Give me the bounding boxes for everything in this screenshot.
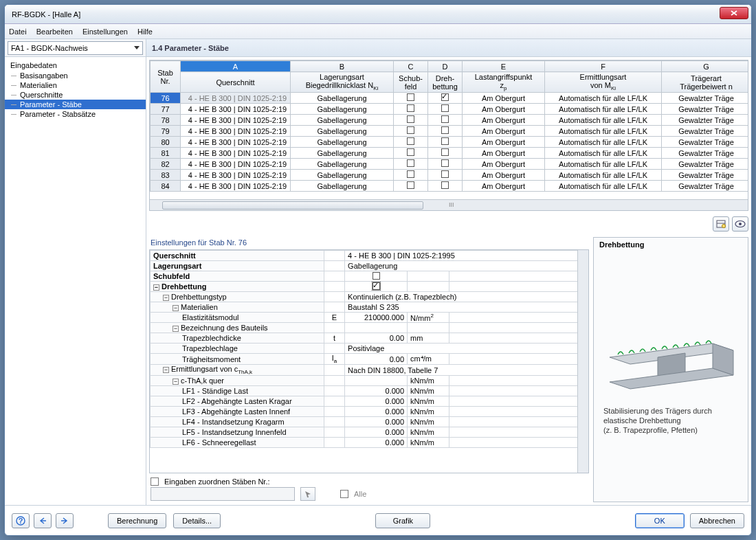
prop-row[interactable]: −MaterialienBaustahl S 235 (151, 302, 588, 313)
scrollbar-thumb[interactable] (162, 201, 423, 210)
pointer-icon (304, 490, 312, 498)
tree-root[interactable]: Eingabedaten (5, 60, 146, 71)
menubar: Datei Bearbeiten Einstellungen Hilfe (5, 24, 751, 39)
table-row[interactable]: 834 - HE B 300 | DIN 1025-2:19Gabellager… (151, 170, 748, 181)
footer: ? Berechnung Details... Grafik OK Abbrec… (5, 505, 751, 535)
help-button[interactable]: ? (12, 513, 30, 528)
graphic-button[interactable]: Grafik (375, 513, 430, 528)
assign-checkbox[interactable] (151, 477, 159, 486)
assign-input[interactable] (151, 487, 295, 501)
lower-split: Einstellungen für Stab Nr. 76 Querschnit… (149, 237, 748, 502)
case-combo[interactable]: FA1 - BGDK-Nachweis (8, 41, 143, 55)
details-panel: Einstellungen für Stab Nr. 76 Querschnit… (149, 237, 589, 502)
cancel-button[interactable]: Abbrechen (690, 513, 744, 528)
svg-point-4 (739, 223, 742, 225)
table-row[interactable]: 794 - HE B 300 | DIN 1025-2:19Gabellager… (151, 126, 748, 137)
prop-row[interactable]: LF4 - Instandsetzung Kragarm0.000kNm/m (151, 417, 588, 427)
sidebar-item[interactable]: Querschnitte (5, 90, 146, 100)
titlebar: RF-BGDK - [Halle A] (5, 5, 751, 24)
svg-point-2 (722, 225, 726, 228)
calculate-button[interactable]: Berechnung (108, 513, 166, 528)
prop-row[interactable]: ElastizitätsmodulE210000.000N/mm2 (151, 313, 588, 323)
close-icon (731, 10, 737, 16)
prop-row[interactable]: −Ermittlungsart von cThA,kNach DIN 18800… (151, 365, 588, 376)
assign-all-label: Alle (354, 490, 366, 498)
view-button[interactable] (732, 216, 748, 232)
details-title: Einstellungen für Stab Nr. 76 (149, 237, 589, 249)
grid-table[interactable]: StabNr.ABCDEFGQuerschnittLagerungsartBie… (150, 60, 748, 192)
table-row[interactable]: 824 - HE B 300 | DIN 1025-2:19Gabellager… (151, 159, 748, 170)
prop-row[interactable]: Trapezblechdicket0.00mm (151, 333, 588, 344)
grid-hscroll[interactable]: III (150, 199, 748, 210)
prop-row[interactable]: LF6 - Schneeregellast0.000kNm/m (151, 438, 588, 448)
prop-row[interactable]: Schubfeld (151, 271, 588, 282)
sidebar: Eingabedaten BasisangabenMaterialienQuer… (5, 57, 146, 505)
menu-file[interactable]: Datei (9, 27, 27, 36)
info-panel: Drehbettung (593, 237, 748, 502)
grid-toolbar (149, 215, 748, 233)
app-window: RF-BGDK - [Halle A] Datei Bearbeiten Ein… (4, 4, 752, 536)
close-button[interactable] (720, 7, 748, 19)
prop-row[interactable]: Querschnitt4 - HE B 300 | DIN 1025-2:199… (151, 251, 588, 261)
help-icon: ? (16, 516, 25, 526)
table-row[interactable]: 774 - HE B 300 | DIN 1025-2:19Gabellager… (151, 104, 748, 115)
svg-text:?: ? (19, 517, 23, 525)
arrow-right-icon (60, 517, 69, 525)
prop-row[interactable]: −Drehbettung (151, 282, 588, 292)
table-icon (716, 219, 726, 229)
panel-title: 1.4 Parameter - Stäbe (146, 39, 751, 56)
prev-button[interactable] (34, 513, 52, 528)
menu-help[interactable]: Hilfe (137, 27, 153, 36)
case-combo-wrap: FA1 - BGDK-Nachweis (5, 39, 146, 56)
sidebar-item[interactable]: Parameter - Stäbe (5, 100, 146, 109)
table-row[interactable]: 764 - HE B 300 | DIN 1025-2:19Gabellager… (151, 93, 748, 104)
prop-row[interactable]: −Bezeichnung des Bauteils (151, 323, 588, 333)
assign-row: Eingaben zuordnen Stäben Nr.: (149, 473, 589, 487)
chevron-down-icon (134, 46, 140, 49)
prop-row[interactable]: −DrehbettungstypKontinuierlich (z.B. Tra… (151, 292, 588, 302)
case-combo-value: FA1 - BGDK-Nachweis (11, 44, 88, 52)
scrollbar-mark: III (449, 201, 454, 208)
sidebar-item[interactable]: Parameter - Stabsätze (5, 109, 146, 119)
prop-row[interactable]: LagerungsartGabellagerung (151, 261, 588, 271)
info-title: Drehbettung (594, 238, 748, 251)
filter-button[interactable] (713, 216, 729, 232)
assign-all-checkbox[interactable] (340, 490, 348, 498)
details-button[interactable]: Details... (173, 513, 221, 528)
body: Eingabedaten BasisangabenMaterialienQuer… (5, 57, 751, 505)
table-row[interactable]: 804 - HE B 300 | DIN 1025-2:19Gabellager… (151, 137, 748, 148)
prop-row[interactable]: −c-ThA,k querkNm/m (151, 376, 588, 386)
toolbar-row: FA1 - BGDK-Nachweis 1.4 Parameter - Stäb… (5, 39, 751, 57)
assign-label: Eingaben zuordnen Stäben Nr.: (164, 477, 270, 486)
main: StabNr.ABCDEFGQuerschnittLagerungsartBie… (146, 57, 751, 505)
prop-row[interactable]: LF1 - Ständige Last0.000kNm/m (151, 386, 588, 396)
props-vscroll[interactable] (577, 250, 588, 473)
eye-icon (735, 220, 746, 228)
menu-edit[interactable]: Bearbeiten (36, 27, 73, 36)
ok-button[interactable]: OK (635, 513, 685, 528)
table-row[interactable]: 784 - HE B 300 | DIN 1025-2:19Gabellager… (151, 115, 748, 126)
table-row[interactable]: 844 - HE B 300 | DIN 1025-2:19Gabellager… (151, 181, 748, 192)
prop-row[interactable]: LF3 - Abgehängte Lasten Innenf0.000kNm/m (151, 407, 588, 417)
pick-members-button[interactable] (300, 487, 315, 501)
sidebar-item[interactable]: Basisangaben (5, 71, 146, 80)
window-title: RF-BGDK - [Halle A] (9, 10, 80, 19)
grid: StabNr.ABCDEFGQuerschnittLagerungsartBie… (149, 60, 748, 211)
menu-settings[interactable]: Einstellungen (82, 27, 128, 36)
prop-row[interactable]: LF5 - Instandsetzung Innenfeld0.000kNm/m (151, 427, 588, 438)
beam-illustration (605, 317, 736, 393)
props-grid[interactable]: Querschnitt4 - HE B 300 | DIN 1025-2:199… (149, 249, 589, 473)
info-desc: Stabilisierung des Trägers durch elastis… (599, 407, 742, 435)
sidebar-item[interactable]: Materialien (5, 80, 146, 90)
prop-row[interactable]: TrapezblechlagePositivlage (151, 344, 588, 354)
prop-row[interactable]: TrägheitsmomentIa0.00cm⁴/m (151, 354, 588, 365)
next-button[interactable] (56, 513, 74, 528)
table-row[interactable]: 814 - HE B 300 | DIN 1025-2:19Gabellager… (151, 148, 748, 159)
arrow-left-icon (38, 517, 47, 525)
prop-row[interactable]: LF2 - Abgehängte Lasten Kragar0.000kNm/m (151, 396, 588, 407)
